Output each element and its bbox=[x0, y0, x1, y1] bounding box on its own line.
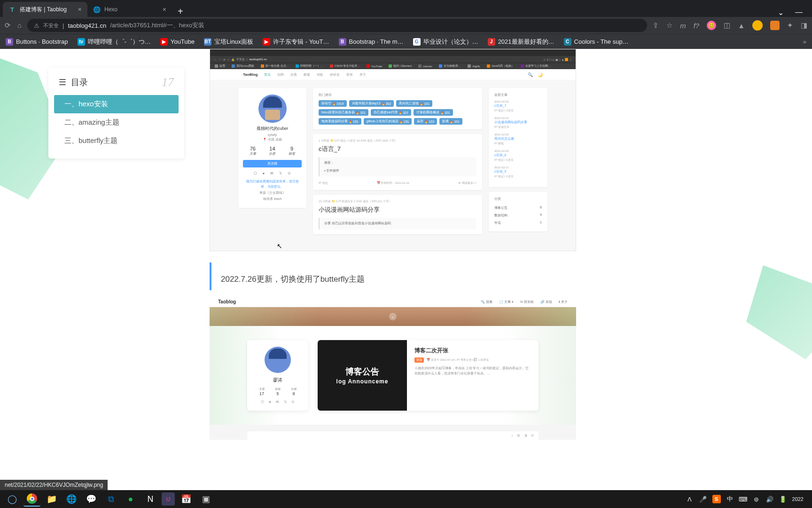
bookmarks-bar: BButtons · Bootstrap tv哔哩哔哩（゜-゜）つ… ▶YouT… bbox=[0, 34, 812, 49]
address-bar: ⟳ ⌂ ⚠ 不安全 | taoblog421.cn/article/b37651… bbox=[0, 17, 812, 34]
home-icon[interactable]: ⌂ bbox=[17, 21, 22, 30]
dropdown-icon[interactable]: ⌄ bbox=[778, 8, 784, 17]
tab-hexo[interactable]: 🌐 Hexo × bbox=[87, 2, 172, 17]
bookmark-coolors[interactable]: CCoolors - The sup… bbox=[564, 38, 629, 46]
youtube-icon: ▶ bbox=[263, 38, 270, 46]
tab-taoblog[interactable]: T 搭建博客 | Taoblog × bbox=[3, 2, 87, 17]
bookmark-bootstrap-main[interactable]: BBootstrap · The m… bbox=[339, 38, 404, 46]
minimize-icon[interactable]: — bbox=[795, 8, 803, 17]
youtube-icon: ▶ bbox=[160, 38, 168, 46]
globe-icon: 🌐 bbox=[93, 6, 101, 13]
coolors-icon: C bbox=[564, 38, 571, 46]
extensions-icon[interactable]: ✦ bbox=[787, 21, 793, 30]
ext-triangle-icon[interactable]: ▲ bbox=[738, 22, 745, 30]
star-icon[interactable]: ☆ bbox=[666, 21, 672, 30]
ext-fox-icon[interactable] bbox=[770, 21, 780, 30]
bookmark-2021[interactable]: J2021最新最好看的… bbox=[488, 38, 554, 46]
new-tab-button[interactable]: + bbox=[172, 6, 189, 17]
bootstrap-icon: B bbox=[6, 38, 13, 46]
bookmark-bilibili[interactable]: tv哔哩哔哩（゜-゜）つ… bbox=[78, 38, 151, 46]
favicon-t: T bbox=[8, 6, 16, 13]
share-icon[interactable]: ⇪ bbox=[653, 21, 659, 30]
ext-f-icon[interactable]: f? bbox=[694, 22, 700, 30]
bookmark-xuzidong[interactable]: ▶许子东专辑 - YouT… bbox=[263, 38, 329, 46]
ext-m-icon[interactable]: m bbox=[680, 22, 686, 30]
browser-tab-bar: T 搭建博客 | Taoblog × 🌐 Hexo × + ⌄ — bbox=[0, 0, 812, 17]
sidepanel-icon[interactable]: ◨ bbox=[801, 21, 807, 30]
close-icon[interactable]: × bbox=[163, 6, 166, 13]
window-controls: ⌄ — bbox=[778, 8, 809, 17]
globe-icon: G bbox=[413, 38, 421, 46]
bookmark-bootstrap-buttons[interactable]: BButtons · Bootstrap bbox=[6, 38, 68, 46]
url-path: /article/b37651.html#一、hexo安装 bbox=[110, 21, 204, 30]
reload-icon[interactable]: ⟳ bbox=[5, 21, 11, 30]
tab-title: 搭建博客 | Taoblog bbox=[20, 6, 74, 14]
bookmarks-overflow[interactable]: » bbox=[803, 38, 806, 45]
bookmark-youtube[interactable]: ▶YouTube bbox=[160, 38, 195, 46]
bookmark-thesis[interactable]: G毕业设计（论文）… bbox=[413, 38, 478, 46]
url-host: taoblog421.cn bbox=[68, 22, 106, 29]
insecure-label: 不安全 bbox=[43, 22, 59, 29]
close-icon[interactable]: × bbox=[78, 6, 82, 13]
bootstrap-icon: B bbox=[339, 38, 346, 46]
bt-icon: BT bbox=[204, 38, 211, 46]
profile-avatar[interactable] bbox=[752, 20, 763, 31]
ext-monkey-icon[interactable]: 😊 bbox=[707, 21, 716, 30]
url-input[interactable]: ⚠ 不安全 | taoblog421.cn/article/b37651.htm… bbox=[27, 19, 647, 32]
lock-warning-icon: ⚠ bbox=[34, 22, 39, 29]
bookmark-icon[interactable]: ◫ bbox=[724, 21, 730, 30]
tab-title: Hexo bbox=[104, 6, 159, 13]
j-icon: J bbox=[488, 38, 495, 46]
bookmark-baota[interactable]: BT宝塔Linux面板 bbox=[204, 38, 253, 46]
bilibili-icon: tv bbox=[78, 38, 85, 46]
